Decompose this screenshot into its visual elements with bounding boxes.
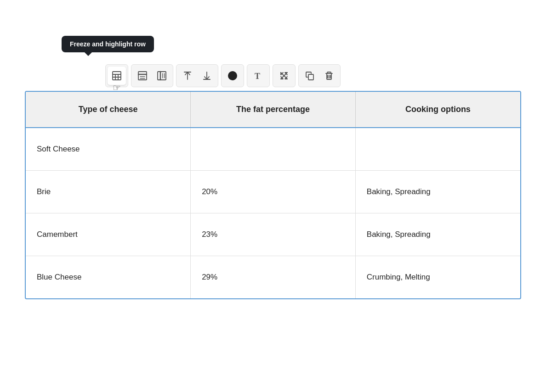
table-row: Brie 20% Baking, Spreading — [26, 171, 520, 213]
copy-icon — [305, 71, 315, 81]
delete-icon — [324, 71, 334, 81]
freeze-col-icon — [157, 71, 167, 81]
cell-row3-col3: Crumbing, Melting — [355, 256, 520, 299]
cell-row3-col2: 29% — [191, 256, 356, 299]
svg-text:T: T — [255, 72, 260, 81]
freeze-row-icon — [137, 71, 148, 81]
cell-row1-col1: Brie — [26, 171, 191, 213]
delete-button[interactable] — [320, 67, 338, 85]
freeze-col-button[interactable] — [153, 67, 171, 85]
move-icon — [279, 71, 289, 81]
align-top-button[interactable] — [178, 67, 197, 85]
cell-row0-col3 — [355, 128, 520, 171]
freeze-row-button[interactable] — [133, 67, 152, 85]
toolbar: ☞ — [25, 64, 521, 87]
table-icon — [112, 71, 122, 81]
header-col2: The fat percentage — [191, 92, 356, 128]
svg-rect-0 — [113, 72, 121, 80]
header-col3: Cooking options — [355, 92, 520, 128]
toolbar-group-align — [176, 64, 218, 87]
table-button[interactable]: ☞ — [108, 67, 126, 85]
color-button[interactable] — [223, 67, 242, 85]
cell-row1-col3: Baking, Spreading — [355, 171, 520, 213]
align-bottom-icon — [202, 71, 212, 81]
cell-row2-col3: Baking, Spreading — [355, 213, 520, 256]
cell-row2-col2: 23% — [191, 213, 356, 256]
content-area: Freeze and highlight row ☞ — [25, 28, 521, 299]
svg-rect-21 — [308, 74, 313, 80]
svg-point-17 — [228, 71, 237, 80]
cell-row0-col1: Soft Cheese — [26, 128, 191, 171]
copy-button[interactable] — [301, 67, 319, 85]
cell-row2-col1: Camembert — [26, 213, 191, 256]
table-row: Camembert 23% Baking, Spreading — [26, 213, 520, 256]
cell-row1-col2: 20% — [191, 171, 356, 213]
toolbar-group-move — [273, 64, 296, 87]
toolbar-group-freeze — [131, 64, 173, 87]
toolbar-group-text: T — [247, 64, 270, 87]
tooltip: Freeze and highlight row — [62, 36, 154, 52]
align-bottom-button[interactable] — [198, 67, 216, 85]
table-header-row: Type of cheese The fat percentage Cookin… — [26, 92, 520, 128]
table-row: Soft Cheese — [26, 128, 520, 171]
table-row: Blue Cheese 29% Crumbing, Melting — [26, 256, 520, 299]
cell-row0-col2 — [191, 128, 356, 171]
header-col1: Type of cheese — [26, 92, 191, 128]
tooltip-text: Freeze and highlight row — [70, 40, 146, 48]
toolbar-group-color — [221, 64, 244, 87]
text-button[interactable]: T — [249, 67, 267, 85]
cell-row3-col1: Blue Cheese — [26, 256, 191, 299]
toolbar-group-copy-delete — [298, 64, 341, 87]
text-icon: T — [253, 71, 263, 81]
cheese-table: Type of cheese The fat percentage Cookin… — [26, 92, 520, 298]
align-top-icon — [182, 71, 193, 81]
move-button[interactable] — [275, 67, 293, 85]
page-wrapper: Freeze and highlight row ☞ — [0, 0, 546, 392]
color-circle-icon — [227, 70, 238, 81]
table-container: Type of cheese The fat percentage Cookin… — [25, 91, 521, 299]
toolbar-group-table: ☞ — [105, 64, 128, 87]
